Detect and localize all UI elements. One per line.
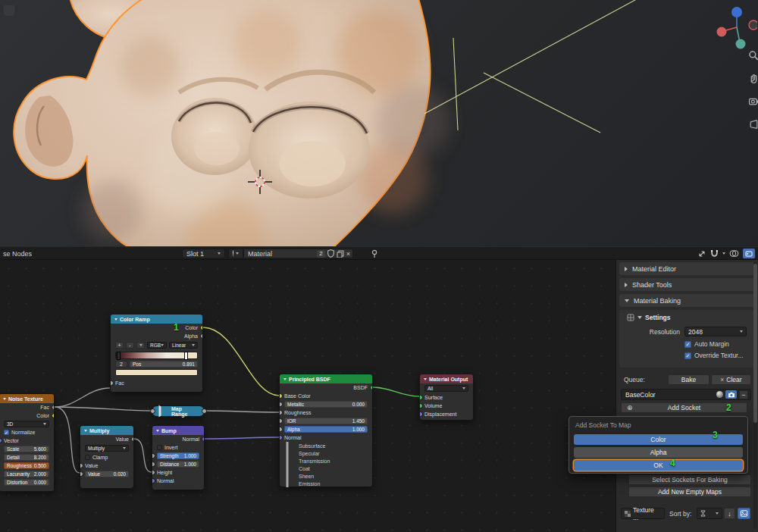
snap-menu-caret-icon[interactable]	[722, 252, 725, 255]
section-subsurface[interactable]: Subsurface	[280, 442, 372, 449]
unlink-material-icon[interactable]: ×	[346, 250, 350, 258]
remove-stop-button[interactable]: -	[126, 342, 134, 349]
socket-metallic-in[interactable]	[280, 402, 283, 407]
add-stop-button[interactable]: +	[115, 342, 124, 349]
section-emission[interactable]: Emission	[280, 480, 372, 487]
ramp-tools-button[interactable]	[136, 342, 145, 349]
socket-fac-out[interactable]	[52, 405, 55, 410]
popup-alpha-button[interactable]: Alpha	[574, 447, 743, 458]
value2-slider[interactable]: Value0.020	[85, 471, 129, 477]
new-material-copy-icon[interactable]	[337, 250, 344, 258]
section-specular[interactable]: Specular	[280, 449, 372, 457]
target-dropdown[interactable]: All	[424, 385, 468, 392]
socket-fac-in[interactable]	[111, 380, 114, 386]
detail-slider[interactable]: Detail8.200	[4, 454, 49, 461]
active-overlay-toggle[interactable]	[743, 249, 755, 258]
image-browser-button[interactable]	[738, 508, 750, 519]
socket-surface-in[interactable]	[420, 395, 423, 400]
socket-distance-in[interactable]	[152, 462, 155, 467]
interpolation-dropdown[interactable]: Linear	[169, 342, 198, 349]
socket-value-out[interactable]	[131, 437, 134, 442]
snap-magnet-icon[interactable]	[710, 249, 719, 258]
fake-user-shield-icon[interactable]	[327, 249, 334, 258]
snap-arrows-icon[interactable]	[697, 249, 706, 258]
socket-result-out[interactable]	[202, 408, 207, 414]
add-new-empty-maps-button[interactable]: Add New Empty Maps	[628, 487, 751, 497]
socket-alpha-in[interactable]	[280, 427, 283, 432]
color-mode-dropdown[interactable]: RGB	[147, 342, 167, 349]
clamp-checkbox[interactable]	[85, 455, 90, 460]
socket-bsdf-out[interactable]	[370, 385, 373, 390]
pin-icon[interactable]	[371, 249, 378, 258]
node-math-multiply[interactable]: Multiply Value Multiply Clamp Value Valu…	[80, 425, 134, 489]
node-material-output[interactable]: Material Output All Surface Volume Displ…	[419, 374, 474, 421]
socket-value1-in[interactable]	[80, 463, 83, 468]
node-noise-texture[interactable]: Noise Texture Fac Color 3D Normalize Vec…	[0, 393, 55, 492]
distance-slider[interactable]: Distance1.000	[157, 461, 199, 468]
socket-ior-in[interactable]	[280, 418, 283, 424]
socket-height-in[interactable]	[152, 470, 155, 475]
section-transmission[interactable]: Transmission	[280, 457, 372, 465]
auto-margin-checkbox[interactable]	[684, 341, 691, 348]
ramp-stop[interactable]	[117, 352, 121, 360]
move-view-icon[interactable]	[748, 73, 758, 87]
popup-ok-button[interactable]: OK	[574, 460, 743, 471]
section-coat[interactable]: Coat	[280, 465, 372, 472]
stop-color-swatch[interactable]	[115, 369, 198, 376]
panel-material-baking[interactable]: Material Baking	[619, 294, 754, 307]
select-sockets-button[interactable]: Select Sockets For Baking	[628, 474, 751, 485]
material-users-count[interactable]: 2	[317, 250, 324, 258]
operation-dropdown[interactable]: Multiply	[85, 445, 129, 452]
override-textures-checkbox[interactable]	[684, 352, 691, 359]
socket-displacement-in[interactable]	[420, 412, 423, 417]
node-principled-bsdf[interactable]: Principled BSDF BSDF Base Color Metallic…	[279, 374, 373, 487]
navigation-gizmo-icon[interactable]	[716, 6, 757, 53]
color-ramp-gradient[interactable]	[115, 352, 198, 359]
socket-normal-out[interactable]	[202, 437, 205, 442]
texture-filter-field[interactable]: Texture ...	[621, 508, 665, 519]
stop-index-field[interactable]: 2	[115, 361, 127, 368]
panel-material-editor[interactable]: Material Editor	[619, 262, 754, 275]
overlays-icon[interactable]	[729, 249, 739, 258]
light-wireframe[interactable]	[424, 0, 644, 133]
socket-volume-in[interactable]	[420, 403, 423, 408]
lacunarity-slider[interactable]: Lacunarity2.000	[4, 471, 49, 477]
bake-button[interactable]: Bake	[668, 374, 709, 385]
remove-map-button[interactable]: −	[739, 390, 748, 399]
material-name-field[interactable]: Material 2 ×	[243, 249, 353, 258]
material-browse-button[interactable]	[228, 249, 243, 258]
socket-color-out[interactable]	[200, 325, 203, 330]
editor-type-icon[interactable]	[4, 5, 14, 16]
dimensions-dropdown[interactable]: 3D	[4, 421, 49, 427]
socket-color-out[interactable]	[52, 413, 55, 418]
slot-dropdown[interactable]: Slot 1	[182, 249, 225, 258]
sort-direction-button[interactable]: ↓	[724, 508, 735, 519]
zoom-icon[interactable]	[748, 50, 758, 64]
ior-slider[interactable]: IOR1.450	[284, 418, 368, 424]
camera-view-icon[interactable]	[748, 95, 758, 110]
strength-slider[interactable]: Strength1.000	[157, 452, 199, 459]
bake-camera-button[interactable]	[725, 390, 737, 399]
3d-viewport[interactable]	[0, 0, 758, 246]
socket-normal-in[interactable]	[280, 435, 283, 440]
bake-map-row-basecolor[interactable]: BaseColor −	[621, 389, 751, 400]
node-bump[interactable]: Bump Normal Invert Strength1.000 Distanc…	[152, 425, 205, 490]
sort-mode-dropdown[interactable]	[697, 508, 722, 519]
normalize-checkbox[interactable]	[4, 430, 9, 435]
settings-preset-row[interactable]: Settings	[627, 314, 671, 321]
section-sheen[interactable]: Sheen	[280, 472, 372, 480]
resolution-dropdown[interactable]: 2048	[684, 327, 747, 336]
scale-slider[interactable]: Scale5.600	[4, 446, 49, 452]
metallic-slider[interactable]: Metallic0.000	[284, 401, 368, 408]
distortion-slider[interactable]: Distortion0.000	[4, 479, 49, 486]
node-color-ramp[interactable]: Color Ramp Color Alpha + - RGB Linear	[110, 314, 203, 393]
ramp-stop-active[interactable]	[184, 352, 188, 360]
socket-alpha-out[interactable]	[200, 333, 203, 339]
roughness-slider[interactable]: Roughness0.500	[4, 462, 49, 469]
sidebar-scrollbar[interactable]	[753, 262, 757, 529]
socket-roughness-in[interactable]	[280, 410, 283, 415]
socket-vector-in[interactable]	[0, 438, 2, 443]
invert-checkbox[interactable]	[157, 445, 162, 450]
socket-value-in[interactable]	[150, 408, 155, 414]
perspective-toggle-icon[interactable]	[748, 118, 758, 133]
